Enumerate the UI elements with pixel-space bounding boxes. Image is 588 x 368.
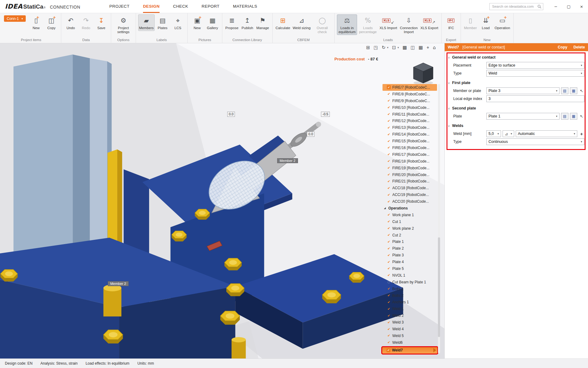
- first-plate-select[interactable]: Plate 3▾: [486, 87, 560, 94]
- item-status-icon[interactable]: [386, 348, 390, 352]
- close-button[interactable]: ×: [575, 0, 588, 13]
- weld-or-contact-type-select[interactable]: Weld▾: [486, 70, 584, 77]
- tree-item[interactable]: Weld6: [383, 339, 437, 346]
- transparent-view-icon[interactable]: ◫: [411, 45, 415, 50]
- item-status-icon[interactable]: [387, 92, 391, 96]
- xls-import-button[interactable]: XLS↙ XLS Import: [379, 14, 398, 31]
- item-status-icon[interactable]: [387, 327, 391, 331]
- calculate-button[interactable]: ⊞ Calculate: [275, 14, 291, 31]
- maximize-button[interactable]: ▢: [562, 0, 575, 13]
- item-status-icon[interactable]: [383, 206, 387, 210]
- add-weld-button[interactable]: +: [579, 131, 584, 136]
- select-mode-icon[interactable]: ⊡: [392, 45, 396, 50]
- weld-mode-select[interactable]: Automatic▾: [516, 130, 577, 137]
- loads-percentage-toggle[interactable]: % Loads percentage: [358, 14, 378, 35]
- weld-symbol-select[interactable]: ⊿▾: [503, 130, 514, 137]
- tree-item[interactable]: FIRE/13 [RobotCode...: [383, 124, 437, 131]
- propose-button[interactable]: ≣ Propose: [224, 14, 239, 31]
- item-status-icon[interactable]: [387, 220, 391, 224]
- tree-item[interactable]: Bolts 2: [383, 292, 437, 299]
- weld-sizing-button[interactable]: ⊿ Weld sizing: [292, 14, 312, 31]
- plate-table-button[interactable]: ▦: [570, 87, 577, 94]
- tree-item[interactable]: FIRE/20 [RobotCode...: [383, 171, 437, 178]
- item-status-icon[interactable]: [387, 99, 391, 103]
- item-status-icon[interactable]: [387, 314, 391, 318]
- item-status-icon[interactable]: [387, 253, 391, 257]
- item-status-icon[interactable]: [387, 307, 391, 311]
- item-status-icon[interactable]: [387, 179, 391, 183]
- plates-labels-toggle[interactable]: ▤ Plates: [155, 14, 170, 31]
- placement-select[interactable]: Edge to surface▾: [486, 62, 584, 69]
- overall-check-button[interactable]: ◯ Overall check: [312, 14, 332, 35]
- item-status-icon[interactable]: [387, 105, 391, 109]
- new-member-button[interactable]: ▯ Member: [463, 14, 478, 31]
- collapse-icon[interactable]: ∨: [448, 124, 450, 128]
- tree-scrollbar[interactable]: [438, 84, 440, 353]
- publish-button[interactable]: ↥ Publish: [240, 14, 255, 31]
- scrollbar-thumb[interactable]: [438, 237, 440, 337]
- tree-item[interactable]: FIRE/19 [RobotCode...: [383, 165, 437, 171]
- tree-item[interactable]: Plate 2: [383, 245, 437, 252]
- plate-list-button[interactable]: ▤: [561, 113, 568, 120]
- tree-item[interactable]: Plate 1: [383, 238, 437, 245]
- fit-view-icon[interactable]: ⊞: [366, 45, 370, 50]
- navigation-cube[interactable]: [410, 59, 437, 85]
- collapse-icon[interactable]: ∨: [448, 56, 450, 59]
- chevron-down-icon[interactable]: ▾: [387, 46, 389, 49]
- plate-list-button[interactable]: ▤: [561, 87, 568, 94]
- item-status-icon[interactable]: [387, 166, 391, 170]
- xls-export-button[interactable]: XLS↗ XLS Export: [420, 14, 439, 31]
- tree-item[interactable]: FIRE/12 [RobotCode...: [383, 117, 437, 124]
- 3d-scene[interactable]: [0, 43, 444, 358]
- loads-in-equilibrium-toggle[interactable]: ⚖ Loads in equilibrium: [337, 14, 357, 35]
- tree-item[interactable]: FIRE/16 [RobotCode...: [383, 144, 437, 151]
- axes-icon[interactable]: ⌖: [427, 45, 429, 50]
- item-status-icon[interactable]: [387, 266, 391, 270]
- connection-item-selector[interactable]: Conn-1 ▾: [4, 15, 26, 22]
- new-picture-button[interactable]: ▣+ New: [190, 14, 205, 31]
- item-status-icon[interactable]: [387, 280, 391, 284]
- item-status-icon[interactable]: [387, 193, 391, 197]
- project-settings-button[interactable]: ⚙ Project settings: [113, 14, 134, 35]
- weld-size-combo[interactable]: 5,0▾: [486, 130, 501, 137]
- new-project-item-button[interactable]: ▯+ New: [29, 14, 43, 31]
- tree-item[interactable]: Bolts 1: [383, 286, 437, 292]
- members-labels-toggle[interactable]: ▰ Members: [138, 14, 155, 31]
- tree-item[interactable]: ACC/20 [RobotCode...: [383, 198, 437, 205]
- item-status-icon[interactable]: [387, 146, 391, 150]
- pick-plate-button[interactable]: ↖: [579, 114, 584, 119]
- tree-item[interactable]: FIRE/8 [RobotCodeC...: [383, 91, 437, 98]
- item-status-icon[interactable]: [387, 287, 391, 291]
- tab-design[interactable]: DESIGN: [143, 0, 160, 13]
- connection-import-button[interactable]: ⇩ Connection Import: [399, 14, 419, 35]
- tree-item[interactable]: FIRE/9 [RobotCodeC...: [383, 98, 437, 104]
- tree-item[interactable]: Cut 2: [383, 232, 437, 239]
- copy-project-item-button[interactable]: ◫+ Copy: [44, 14, 59, 31]
- window-zoom-icon[interactable]: ◳: [374, 45, 378, 50]
- tree-item[interactable]: ACC/18 [RobotCode...: [383, 185, 437, 191]
- weld-continuity-select[interactable]: Continuous▾: [486, 138, 584, 145]
- manage-button[interactable]: ⚑ Manage: [255, 14, 270, 31]
- item-status-icon[interactable]: [387, 233, 391, 237]
- item-status-icon[interactable]: [387, 173, 391, 177]
- item-status-icon[interactable]: [387, 273, 391, 277]
- tree-item[interactable]: FIRE/7 [RobotCodeC...: [383, 84, 437, 91]
- item-status-icon[interactable]: [387, 334, 391, 338]
- tree-item[interactable]: Weld 1: [383, 305, 437, 312]
- tree-item[interactable]: Cut 1: [383, 218, 437, 225]
- orbit-icon[interactable]: ↻: [382, 45, 386, 50]
- tree-item[interactable]: FIRE/15 [RobotCode...: [383, 138, 437, 144]
- tab-check[interactable]: CHECK: [173, 0, 188, 13]
- save-button[interactable]: ↧ Save: [94, 14, 109, 31]
- tree-item[interactable]: Weld 2: [383, 312, 437, 319]
- item-status-icon[interactable]: [387, 340, 391, 344]
- item-status-icon[interactable]: [387, 139, 391, 143]
- chevron-down-icon[interactable]: ▾: [398, 46, 399, 49]
- tree-item[interactable]: Weld 3: [383, 319, 437, 326]
- tab-materials[interactable]: MATERIALS: [233, 0, 257, 13]
- collapse-icon[interactable]: ∨: [448, 107, 450, 110]
- new-operation-button[interactable]: ▭+ Operation: [494, 14, 511, 31]
- second-plate-select[interactable]: Plate 1▾: [486, 113, 560, 120]
- tree-item[interactable]: Weld 4: [383, 326, 437, 332]
- item-status-icon[interactable]: [387, 126, 391, 130]
